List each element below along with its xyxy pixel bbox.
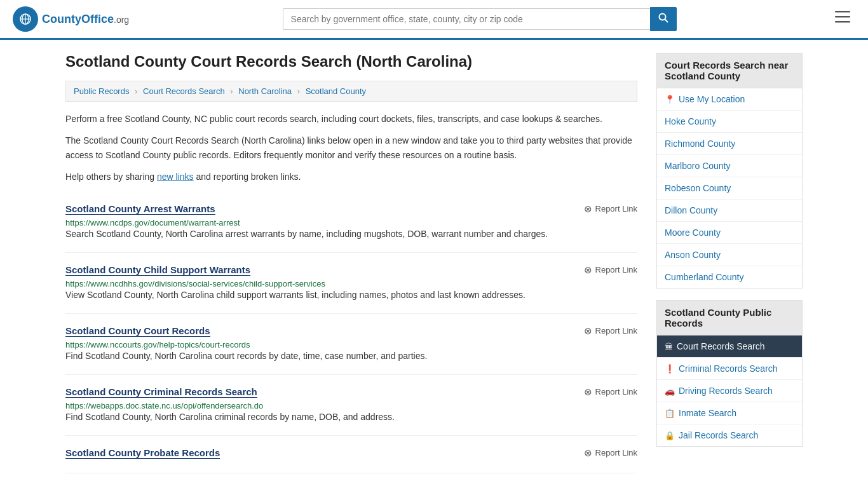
robeson-county-link[interactable]: Robeson County <box>657 177 802 199</box>
result-url[interactable]: https://www.ncdhhs.gov/divisions/social-… <box>65 279 325 288</box>
result-title[interactable]: Scotland County Child Support Warrants <box>65 264 250 276</box>
sidebar-item-anson-county[interactable]: Anson County <box>657 244 802 266</box>
result-desc: Search Scotland County, North Carolina a… <box>65 227 637 241</box>
report-link[interactable]: ⊗ Report Link <box>584 447 637 459</box>
anson-county-link[interactable]: Anson County <box>657 244 802 266</box>
menu-button[interactable] <box>830 8 855 30</box>
criminal-records-search-link[interactable]: ❗ Criminal Records Search <box>657 358 802 379</box>
sidebar-item-driving-records-search[interactable]: 🚗 Driving Records Search <box>657 380 802 402</box>
court-icon: 🏛 <box>665 342 673 351</box>
report-link[interactable]: ⊗ Report Link <box>584 203 637 215</box>
use-my-location-link[interactable]: 📍 Use My Location <box>657 88 802 110</box>
driving-icon: 🚗 <box>665 386 675 396</box>
nearby-section: Court Records Search near Scotland Count… <box>656 53 803 288</box>
breadcrumb: Public Records › Court Records Search › … <box>65 81 637 102</box>
inmate-search-link[interactable]: 📋 Inmate Search <box>657 402 802 424</box>
report-link[interactable]: ⊗ Report Link <box>584 325 637 337</box>
sidebar-item-hoke-county[interactable]: Hoke County <box>657 111 802 133</box>
richmond-county-label: Richmond County <box>665 139 735 149</box>
report-link-label: Report Link <box>595 204 637 214</box>
sidebar-item-inmate-search[interactable]: 📋 Inmate Search <box>657 402 802 424</box>
sidebar-item-criminal-records-search[interactable]: ❗ Criminal Records Search <box>657 358 802 380</box>
result-desc: View Scotland County, North Carolina chi… <box>65 288 637 302</box>
nearby-section-header: Court Records Search near Scotland Count… <box>657 53 802 88</box>
cumberland-county-link[interactable]: Cumberland County <box>657 266 802 288</box>
svg-rect-7 <box>835 11 850 13</box>
svg-rect-9 <box>835 21 850 23</box>
result-url[interactable]: https://webapps.doc.state.nc.us/opi/offe… <box>65 401 263 410</box>
desc3-pre: Help others by sharing <box>65 172 157 182</box>
cumberland-county-label: Cumberland County <box>665 272 744 282</box>
logo-suffix: .org <box>114 15 129 25</box>
jail-records-search-link[interactable]: 🔒 Jail Records Search <box>657 424 802 446</box>
sidebar-item-richmond-county[interactable]: Richmond County <box>657 133 802 155</box>
result-title[interactable]: Scotland County Probate Records <box>65 447 220 459</box>
result-desc: Find Scotland County, North Carolina cou… <box>65 349 637 363</box>
logo-area: CountyOffice.org <box>13 6 129 32</box>
hoke-county-link[interactable]: Hoke County <box>657 111 802 132</box>
svg-line-6 <box>665 20 668 23</box>
result-header: Scotland County Court Records ⊗ Report L… <box>65 325 637 337</box>
breadcrumb-link-court-records-search[interactable]: Court Records Search <box>143 86 225 96</box>
result-url[interactable]: https://www.nccourts.gov/help-topics/cou… <box>65 340 250 349</box>
inmate-icon: 📋 <box>665 409 675 418</box>
result-title[interactable]: Scotland County Criminal Records Search <box>65 386 257 398</box>
logo-text: CountyOffice.org <box>42 13 129 26</box>
result-item: Scotland County Probate Records ⊗ Report… <box>65 436 637 473</box>
sidebar-item-use-my-location[interactable]: 📍 Use My Location <box>657 88 802 111</box>
report-icon: ⊗ <box>584 447 592 459</box>
result-url[interactable]: https://www.ncdps.gov/document/warrant-a… <box>65 218 240 227</box>
moore-county-link[interactable]: Moore County <box>657 222 802 243</box>
sidebar-item-jail-records-search[interactable]: 🔒 Jail Records Search <box>657 424 802 446</box>
report-icon: ⊗ <box>584 386 592 398</box>
public-records-section-header: Scotland County Public Records <box>657 301 802 336</box>
sidebar-item-cumberland-county[interactable]: Cumberland County <box>657 266 802 288</box>
driving-records-search-link[interactable]: 🚗 Driving Records Search <box>657 380 802 402</box>
desc3-post: and reporting broken links. <box>194 172 301 182</box>
public-records-link-list: 🏛 Court Records Search ❗ Criminal Record… <box>657 336 802 446</box>
dillon-county-label: Dillon County <box>665 205 717 215</box>
driving-records-search-label: Driving Records Search <box>679 386 773 396</box>
page-title: Scotland County Court Records Search (No… <box>65 53 637 71</box>
report-link[interactable]: ⊗ Report Link <box>584 386 637 398</box>
report-link[interactable]: ⊗ Report Link <box>584 264 637 276</box>
criminal-icon: ❗ <box>665 364 675 374</box>
breadcrumb-sep-3: › <box>297 86 300 96</box>
result-title[interactable]: Scotland County Court Records <box>65 325 210 337</box>
main-container: Scotland County Court Records Search (No… <box>53 40 815 486</box>
sidebar-item-moore-county[interactable]: Moore County <box>657 222 802 244</box>
sidebar-item-robeson-county[interactable]: Robeson County <box>657 177 802 200</box>
logo-icon <box>13 6 38 32</box>
location-icon: 📍 <box>665 95 675 104</box>
result-item: Scotland County Criminal Records Search … <box>65 375 637 436</box>
new-links-link[interactable]: new links <box>157 172 194 182</box>
result-header: Scotland County Child Support Warrants ⊗… <box>65 264 637 276</box>
content-area: Scotland County Court Records Search (No… <box>65 53 637 473</box>
sidebar-item-dillon-county[interactable]: Dillon County <box>657 200 802 222</box>
robeson-county-label: Robeson County <box>665 183 731 193</box>
inmate-search-label: Inmate Search <box>679 408 736 418</box>
dillon-county-link[interactable]: Dillon County <box>657 200 802 221</box>
header: CountyOffice.org <box>0 0 868 40</box>
result-desc: Find Scotland County, North Carolina cri… <box>65 410 637 424</box>
richmond-county-link[interactable]: Richmond County <box>657 133 802 154</box>
sidebar: Court Records Search near Scotland Count… <box>656 53 803 473</box>
jail-records-search-label: Jail Records Search <box>679 430 758 440</box>
sidebar-item-court-records-search[interactable]: 🏛 Court Records Search <box>657 336 802 358</box>
marlboro-county-link[interactable]: Marlboro County <box>657 155 802 177</box>
use-my-location-label: Use My Location <box>679 94 745 104</box>
breadcrumb-link-scotland-county[interactable]: Scotland County <box>306 86 366 96</box>
search-input[interactable] <box>283 8 650 30</box>
court-records-search-link[interactable]: 🏛 Court Records Search <box>657 336 802 357</box>
breadcrumb-link-north-carolina[interactable]: North Carolina <box>238 86 292 96</box>
sidebar-item-marlboro-county[interactable]: Marlboro County <box>657 155 802 177</box>
moore-county-label: Moore County <box>665 227 721 238</box>
description-3: Help others by sharing new links and rep… <box>65 170 637 184</box>
breadcrumb-link-public-records[interactable]: Public Records <box>74 86 129 96</box>
breadcrumb-sep: › <box>135 86 137 96</box>
search-button[interactable] <box>650 7 677 31</box>
result-header: Scotland County Arrest Warrants ⊗ Report… <box>65 203 637 215</box>
jail-icon: 🔒 <box>665 431 675 440</box>
result-title[interactable]: Scotland County Arrest Warrants <box>65 203 215 215</box>
result-header: Scotland County Probate Records ⊗ Report… <box>65 447 637 459</box>
